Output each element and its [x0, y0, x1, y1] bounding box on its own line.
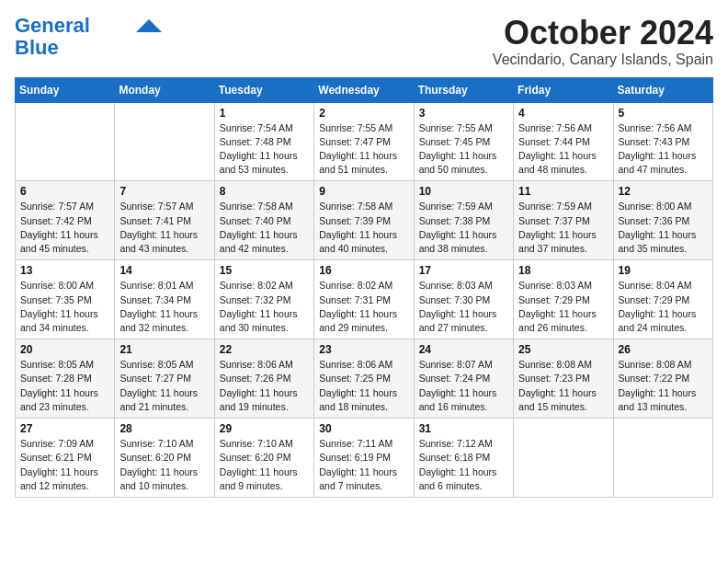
calendar-cell: 19Sunrise: 8:04 AMSunset: 7:29 PMDayligh… [613, 260, 712, 339]
day-number: 22 [220, 343, 309, 356]
calendar-cell: 17Sunrise: 8:03 AMSunset: 7:30 PMDayligh… [414, 260, 513, 339]
day-info: Sunrise: 7:11 AMSunset: 6:19 PMDaylight:… [319, 437, 408, 493]
day-info: Sunrise: 8:05 AMSunset: 7:28 PMDaylight:… [20, 358, 109, 414]
day-number: 16 [319, 264, 408, 277]
day-info: Sunrise: 7:55 AMSunset: 7:45 PMDaylight:… [419, 121, 508, 178]
calendar-cell: 27Sunrise: 7:09 AMSunset: 6:21 PMDayligh… [16, 419, 115, 498]
calendar-week-row: 1Sunrise: 7:54 AMSunset: 7:48 PMDaylight… [16, 102, 713, 181]
day-info: Sunrise: 8:01 AMSunset: 7:34 PMDaylight:… [119, 279, 209, 335]
calendar-cell: 15Sunrise: 8:02 AMSunset: 7:32 PMDayligh… [214, 260, 313, 339]
day-info: Sunrise: 7:12 AMSunset: 6:18 PMDaylight:… [419, 437, 508, 493]
day-number: 9 [319, 185, 408, 198]
calendar-cell: 30Sunrise: 7:11 AMSunset: 6:19 PMDayligh… [314, 419, 414, 498]
day-number: 10 [419, 185, 508, 198]
calendar-cell: 11Sunrise: 7:59 AMSunset: 7:37 PMDayligh… [514, 181, 613, 260]
day-number: 17 [419, 264, 508, 277]
calendar-cell: 21Sunrise: 8:05 AMSunset: 7:27 PMDayligh… [115, 339, 214, 419]
weekday-header: Thursday [414, 77, 513, 102]
calendar-cell: 6Sunrise: 7:57 AMSunset: 7:42 PMDaylight… [16, 181, 115, 260]
day-number: 2 [319, 107, 408, 120]
day-info: Sunrise: 7:57 AMSunset: 7:41 PMDaylight:… [119, 200, 209, 256]
day-number: 25 [518, 343, 608, 356]
day-number: 27 [20, 422, 109, 435]
weekday-header: Saturday [613, 77, 712, 102]
location-title: Vecindario, Canary Islands, Spain [493, 52, 713, 68]
calendar-week-row: 27Sunrise: 7:09 AMSunset: 6:21 PMDayligh… [16, 419, 713, 498]
day-number: 24 [419, 343, 508, 356]
day-info: Sunrise: 8:08 AMSunset: 7:23 PMDaylight:… [518, 358, 608, 414]
calendar-cell: 4Sunrise: 7:56 AMSunset: 7:44 PMDaylight… [514, 102, 613, 181]
logo-blue: Blue [15, 36, 59, 59]
day-number: 6 [20, 185, 109, 198]
day-info: Sunrise: 8:04 AMSunset: 7:29 PMDaylight:… [619, 279, 708, 335]
weekday-header: Wednesday [314, 77, 414, 102]
day-number: 13 [20, 264, 109, 277]
day-info: Sunrise: 7:58 AMSunset: 7:39 PMDaylight:… [319, 200, 408, 256]
day-info: Sunrise: 8:06 AMSunset: 7:25 PMDaylight:… [319, 358, 408, 414]
calendar-cell: 10Sunrise: 7:59 AMSunset: 7:38 PMDayligh… [414, 181, 513, 260]
day-number: 14 [119, 264, 209, 277]
day-number: 1 [220, 107, 309, 120]
calendar-cell: 8Sunrise: 7:58 AMSunset: 7:40 PMDaylight… [214, 181, 313, 260]
day-number: 7 [119, 185, 209, 198]
day-number: 5 [619, 107, 708, 120]
day-info: Sunrise: 8:08 AMSunset: 7:22 PMDaylight:… [619, 358, 708, 414]
calendar-cell: 14Sunrise: 8:01 AMSunset: 7:34 PMDayligh… [115, 260, 214, 339]
calendar-table: SundayMondayTuesdayWednesdayThursdayFrid… [15, 77, 713, 498]
weekday-header: Monday [115, 77, 214, 102]
logo-general: General [15, 14, 90, 37]
calendar-cell: 9Sunrise: 7:58 AMSunset: 7:39 PMDaylight… [314, 181, 414, 260]
logo: General Blue [15, 15, 162, 59]
day-info: Sunrise: 7:58 AMSunset: 7:40 PMDaylight:… [220, 200, 309, 256]
calendar-cell: 5Sunrise: 7:56 AMSunset: 7:43 PMDaylight… [613, 102, 712, 181]
day-info: Sunrise: 8:06 AMSunset: 7:26 PMDaylight:… [220, 358, 309, 414]
day-number: 28 [119, 422, 209, 435]
day-number: 15 [220, 264, 309, 277]
weekday-header-row: SundayMondayTuesdayWednesdayThursdayFrid… [16, 77, 713, 102]
day-info: Sunrise: 7:59 AMSunset: 7:38 PMDaylight:… [419, 200, 508, 256]
day-number: 19 [619, 264, 708, 277]
calendar-cell: 12Sunrise: 8:00 AMSunset: 7:36 PMDayligh… [613, 181, 712, 260]
calendar-cell: 20Sunrise: 8:05 AMSunset: 7:28 PMDayligh… [16, 339, 115, 419]
day-number: 3 [419, 107, 508, 120]
calendar-cell: 23Sunrise: 8:06 AMSunset: 7:25 PMDayligh… [314, 339, 414, 419]
day-number: 31 [419, 422, 508, 435]
day-number: 12 [619, 185, 708, 198]
month-title: October 2024 [493, 15, 713, 52]
day-number: 4 [518, 107, 608, 120]
calendar-cell: 28Sunrise: 7:10 AMSunset: 6:20 PMDayligh… [115, 419, 214, 498]
weekday-header: Sunday [16, 77, 115, 102]
logo-arrow-icon [136, 19, 162, 32]
calendar-cell [514, 419, 613, 498]
weekday-header: Tuesday [214, 77, 313, 102]
calendar-cell: 31Sunrise: 7:12 AMSunset: 6:18 PMDayligh… [414, 419, 513, 498]
calendar-cell [613, 419, 712, 498]
calendar-cell: 2Sunrise: 7:55 AMSunset: 7:47 PMDaylight… [314, 102, 414, 181]
day-number: 23 [319, 343, 408, 356]
calendar-cell: 22Sunrise: 8:06 AMSunset: 7:26 PMDayligh… [214, 339, 313, 419]
header: General Blue October 2024 Vecindario, Ca… [15, 15, 713, 68]
day-number: 30 [319, 422, 408, 435]
day-info: Sunrise: 8:02 AMSunset: 7:31 PMDaylight:… [319, 279, 408, 335]
calendar-cell [16, 102, 115, 181]
day-info: Sunrise: 7:56 AMSunset: 7:43 PMDaylight:… [619, 121, 708, 178]
day-number: 26 [619, 343, 708, 356]
calendar-cell: 29Sunrise: 7:10 AMSunset: 6:20 PMDayligh… [214, 419, 313, 498]
calendar-week-row: 6Sunrise: 7:57 AMSunset: 7:42 PMDaylight… [16, 181, 713, 260]
day-number: 11 [518, 185, 608, 198]
day-info: Sunrise: 7:10 AMSunset: 6:20 PMDaylight:… [220, 437, 309, 493]
day-info: Sunrise: 7:10 AMSunset: 6:20 PMDaylight:… [119, 437, 209, 493]
day-info: Sunrise: 7:57 AMSunset: 7:42 PMDaylight:… [20, 200, 109, 256]
day-info: Sunrise: 7:55 AMSunset: 7:47 PMDaylight:… [319, 121, 408, 178]
calendar-cell: 13Sunrise: 8:00 AMSunset: 7:35 PMDayligh… [16, 260, 115, 339]
day-number: 21 [119, 343, 209, 356]
calendar-cell: 25Sunrise: 8:08 AMSunset: 7:23 PMDayligh… [514, 339, 613, 419]
day-info: Sunrise: 7:59 AMSunset: 7:37 PMDaylight:… [518, 200, 608, 256]
calendar-cell: 18Sunrise: 8:03 AMSunset: 7:29 PMDayligh… [514, 260, 613, 339]
day-number: 18 [518, 264, 608, 277]
calendar-week-row: 20Sunrise: 8:05 AMSunset: 7:28 PMDayligh… [16, 339, 713, 419]
day-info: Sunrise: 8:02 AMSunset: 7:32 PMDaylight:… [220, 279, 309, 335]
day-info: Sunrise: 8:00 AMSunset: 7:36 PMDaylight:… [619, 200, 708, 256]
calendar-cell: 3Sunrise: 7:55 AMSunset: 7:45 PMDaylight… [414, 102, 513, 181]
calendar-cell [115, 102, 214, 181]
